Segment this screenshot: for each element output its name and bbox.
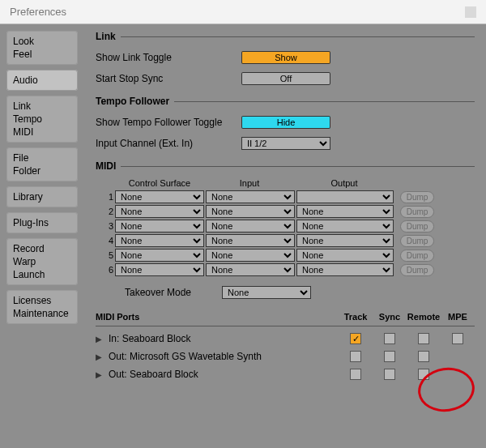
start-stop-sync-label: Start Stop Sync (96, 73, 241, 84)
midi-output-select[interactable]: None (296, 249, 394, 262)
sidebar-tab-label: Library (13, 190, 71, 203)
col-remote: Remote (407, 312, 441, 322)
row-number: 3 (104, 221, 113, 231)
takeover-mode-select[interactable]: None (222, 286, 311, 299)
midi-ports-title: MIDI Ports (96, 312, 339, 322)
control-surface-select[interactable]: None (115, 234, 204, 247)
sync-checkbox[interactable] (384, 333, 395, 344)
divider (174, 101, 475, 102)
port-name: Out: Seaboard Block (105, 369, 339, 380)
midi-surface-row: 6NoneNoneNoneDump (104, 262, 475, 277)
sidebar-tab-label: Warp (13, 255, 71, 268)
disclosure-icon[interactable]: ▶ (96, 370, 105, 379)
section-tempo-header: Tempo Follower (96, 96, 475, 107)
midi-port-row: ▶Out: Microsoft GS Wavetable Synth (96, 348, 475, 365)
sidebar-tab-label: Plug-Ins (13, 216, 71, 229)
track-checkbox[interactable] (350, 369, 361, 380)
row-number: 1 (104, 192, 113, 202)
dump-button[interactable]: Dump (400, 264, 434, 276)
midi-surface-row: 1NoneNoneDump (104, 190, 475, 204)
port-name: Out: Microsoft GS Wavetable Synth (105, 351, 339, 362)
midi-input-select[interactable]: None (206, 190, 295, 203)
control-surface-select[interactable]: None (115, 249, 204, 262)
section-midi-title: MIDI (96, 160, 116, 172)
disclosure-icon[interactable]: ▶ (96, 335, 105, 343)
col-mpe: MPE (441, 312, 475, 322)
tempo-show-toggle-label: Show Tempo Follower Toggle (96, 117, 241, 128)
col-output: Output (295, 178, 394, 188)
remote-checkbox[interactable] (418, 351, 429, 362)
col-sync: Sync (373, 312, 407, 322)
takeover-mode-label: Takeover Mode (125, 287, 222, 298)
section-tempo-title: Tempo Follower (96, 96, 169, 107)
control-surface-select[interactable]: None (115, 263, 204, 276)
sidebar-tab-label: Link (13, 100, 71, 113)
control-surface-select[interactable]: None (115, 220, 204, 233)
start-stop-sync-button[interactable]: Off (241, 72, 330, 85)
show-link-toggle-button[interactable]: Show (241, 51, 330, 64)
section-midi-header: MIDI (96, 160, 475, 172)
disclosure-icon[interactable]: ▶ (96, 352, 105, 361)
remote-checkbox[interactable] (418, 333, 429, 344)
midi-output-select[interactable]: None (296, 263, 394, 276)
midi-output-select[interactable] (296, 190, 394, 203)
sidebar-tab-label: Tempo (13, 113, 71, 126)
dump-button[interactable]: Dump (400, 220, 434, 233)
sync-checkbox[interactable] (384, 351, 395, 362)
col-track: Track (339, 312, 373, 322)
dump-button[interactable]: Dump (400, 235, 434, 247)
dump-button[interactable]: Dump (400, 250, 434, 262)
col-input: Input (204, 178, 295, 188)
row-number: 4 (104, 236, 113, 245)
input-channel-select[interactable]: ⅠⅠ 1/2 (241, 137, 330, 150)
sync-checkbox[interactable] (384, 369, 395, 380)
row-number: 2 (104, 207, 113, 216)
divider (96, 326, 475, 326)
track-checkbox[interactable] (350, 351, 361, 362)
dump-button[interactable]: Dump (400, 191, 434, 203)
sidebar-tab-licenses[interactable]: LicensesMaintenance (6, 290, 78, 324)
midi-input-select[interactable]: None (206, 205, 295, 218)
midi-output-select[interactable]: None (296, 205, 394, 218)
close-icon[interactable] (465, 6, 476, 18)
midi-input-select[interactable]: None (206, 220, 295, 233)
sidebar-tab-look[interactable]: LookFeel (6, 31, 78, 65)
midi-surface-row: 3NoneNoneNoneDump (104, 219, 475, 233)
divider (121, 166, 475, 167)
midi-surface-row: 4NoneNoneNoneDump (104, 233, 475, 248)
input-channel-label: Input Channel (Ext. In) (96, 138, 241, 149)
midi-input-select[interactable]: None (206, 249, 295, 262)
midi-ports-header: MIDI Ports Track Sync Remote MPE (96, 309, 475, 324)
mpe-checkbox[interactable] (452, 333, 463, 344)
tempo-show-toggle-button[interactable]: Hide (241, 116, 330, 129)
section-link-title: Link (96, 31, 116, 42)
midi-surface-row: 2NoneNoneNoneDump (104, 204, 475, 219)
control-surface-select[interactable]: None (115, 205, 204, 218)
window-title: Preferences (10, 6, 66, 18)
col-control-surface: Control Surface (115, 178, 204, 188)
midi-input-select[interactable]: None (206, 234, 295, 247)
row-number: 5 (104, 250, 113, 260)
sidebar-tab-file[interactable]: FileFolder (6, 147, 78, 181)
port-name: In: Seaboard Block (105, 333, 339, 344)
midi-output-select[interactable]: None (296, 234, 394, 247)
sidebar-tab-label: Maintenance (13, 307, 71, 320)
track-checkbox[interactable]: ✓ (350, 333, 361, 344)
remote-checkbox[interactable] (418, 369, 429, 380)
titlebar: Preferences (0, 0, 486, 24)
sidebar-tab-audio[interactable]: Audio (6, 70, 78, 91)
control-surface-select[interactable]: None (115, 190, 204, 203)
sidebar-tab-record[interactable]: RecordWarpLaunch (6, 238, 78, 285)
midi-input-select[interactable]: None (206, 263, 295, 276)
dump-button[interactable]: Dump (400, 206, 434, 218)
sidebar-tab-label: Licenses (13, 294, 71, 307)
midi-surface-row: 5NoneNoneNoneDump (104, 248, 475, 262)
sidebar-tab-label: Audio (13, 74, 71, 87)
sidebar-tab-library[interactable]: Library (6, 186, 78, 207)
midi-port-row: ▶Out: Seaboard Block (96, 365, 475, 383)
midi-output-select[interactable]: None (296, 220, 394, 233)
sidebar-tab-label: Folder (13, 164, 71, 177)
sidebar-tab-label: Look (13, 35, 71, 48)
sidebar-tab-link[interactable]: LinkTempoMIDI (6, 96, 78, 143)
sidebar-tab-plug-ins[interactable]: Plug-Ins (6, 212, 78, 233)
